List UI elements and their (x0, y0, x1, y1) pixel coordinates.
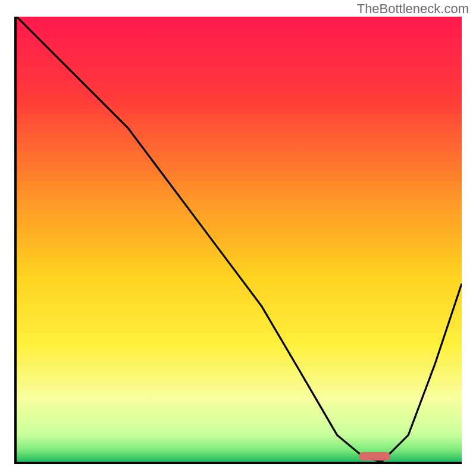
chart-plot-area (14, 17, 462, 464)
optimal-marker (359, 452, 390, 461)
watermark-text: TheBottleneck.com (357, 1, 469, 17)
bottleneck-curve (17, 17, 462, 462)
